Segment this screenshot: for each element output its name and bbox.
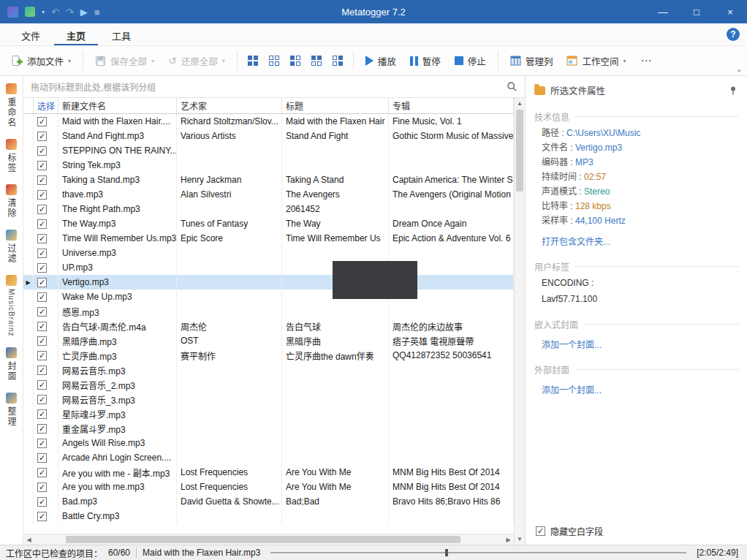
table-row[interactable]: ✓Are you with me - 副本.mp3Lost Frequencie…: [23, 465, 514, 480]
cell-filename[interactable]: Are you with me - 副本.mp3: [58, 465, 177, 480]
row-checkbox[interactable]: ✓: [37, 190, 47, 200]
cell-title[interactable]: [282, 509, 389, 523]
sidebar-item-rename[interactable]: 重命名: [5, 83, 18, 128]
scroll-up-icon[interactable]: ▲: [515, 98, 525, 109]
table-row[interactable]: ✓网易云音乐.mp3: [23, 363, 514, 377]
cell-artist[interactable]: Henry Jackman: [177, 173, 282, 187]
cell-title[interactable]: [282, 392, 389, 406]
vertical-scrollbar-thumb[interactable]: [516, 110, 523, 192]
table-row[interactable]: ✓网易云音乐_2.mp3: [23, 377, 514, 392]
table-row[interactable]: ✓Are you with me.mp3Lost FrequenciesAre …: [23, 480, 514, 494]
maximize-button[interactable]: □: [680, 0, 713, 23]
playback-slider[interactable]: [270, 548, 686, 558]
app-logo-icon[interactable]: [7, 7, 18, 18]
tab-home[interactable]: 主页: [54, 23, 98, 45]
row-checkbox-cell[interactable]: ✓: [34, 114, 58, 129]
cell-artist[interactable]: [177, 246, 282, 260]
cell-album[interactable]: [389, 377, 514, 392]
hide-empty-fields-option[interactable]: ✓ 隐藏空白字段: [536, 525, 603, 537]
row-checkbox[interactable]: ✓: [37, 453, 47, 463]
row-checkbox-cell[interactable]: ✓: [34, 421, 58, 436]
horizontal-scrollbar[interactable]: ◀ ▶: [23, 534, 514, 545]
row-checkbox[interactable]: ✓: [37, 483, 47, 492]
cell-album[interactable]: Captain America: The Winter Sol: [389, 173, 514, 187]
customize-icon[interactable]: [25, 7, 35, 17]
pause-button[interactable]: 暂停: [405, 50, 446, 72]
cell-filename[interactable]: The Way.mp3: [58, 216, 177, 231]
column-header-select[interactable]: 选择: [34, 98, 58, 113]
cell-filename[interactable]: 感恩.mp3: [58, 304, 177, 319]
table-row[interactable]: ✓STEPPING ON THE RAINY...: [23, 143, 514, 158]
row-checkbox[interactable]: ✓: [37, 468, 47, 477]
cell-album[interactable]: [389, 202, 514, 216]
cell-artist[interactable]: [177, 158, 282, 173]
table-row[interactable]: ✓亡灵序曲.mp3赛平制作亡灵序曲the dawn伴奏QQ412872352 5…: [23, 348, 514, 363]
row-checkbox[interactable]: ✓: [37, 249, 47, 258]
add-embedded-cover-link[interactable]: 添加一个封面...: [542, 338, 602, 350]
cell-artist[interactable]: Epic Score: [177, 231, 282, 246]
cell-filename[interactable]: 告白气球-周杰伦.m4a: [58, 319, 177, 333]
cell-album[interactable]: [389, 421, 514, 436]
column-header-filename[interactable]: 新建文件名: [58, 98, 177, 113]
row-checkbox-cell[interactable]: ✓: [34, 231, 58, 246]
cell-filename[interactable]: Taking a Stand.mp3: [58, 173, 177, 187]
row-checkbox[interactable]: ✓: [37, 132, 47, 141]
add-external-cover-link[interactable]: 添加一个封面...: [542, 383, 602, 396]
horizontal-scrollbar-thumb[interactable]: [66, 536, 460, 543]
view-large-grid-button[interactable]: [244, 52, 262, 69]
row-checkbox-cell[interactable]: ✓: [34, 246, 58, 260]
cell-artist[interactable]: Various Artists: [177, 129, 282, 143]
cell-album[interactable]: [389, 450, 514, 465]
cell-filename[interactable]: String Tek.mp3: [58, 158, 177, 173]
table-row[interactable]: ✓Maid with the Flaxen Hair....Richard St…: [23, 114, 514, 129]
sidebar-item-tag[interactable]: 标签: [5, 139, 18, 173]
row-checkbox[interactable]: ✓: [37, 424, 47, 434]
open-containing-folder-link[interactable]: 打开包含文件夹...: [542, 235, 610, 247]
cell-title[interactable]: Time Will Remember Us: [282, 231, 389, 246]
row-checkbox[interactable]: ✓: [37, 322, 47, 331]
table-row[interactable]: ✓告白气球-周杰伦.m4a周杰伦告白气球周杰伦的床边故事: [23, 319, 514, 333]
help-button[interactable]: ?: [727, 28, 740, 41]
view-split-grid-button[interactable]: [308, 52, 325, 69]
row-checkbox[interactable]: ✓: [37, 395, 47, 404]
cell-filename[interactable]: 网易云音乐.mp3: [58, 363, 177, 377]
row-checkbox-cell[interactable]: ✓: [34, 260, 58, 275]
column-header-title[interactable]: 标题: [282, 98, 389, 113]
close-button[interactable]: ×: [713, 0, 747, 23]
cell-filename[interactable]: Are you with me.mp3: [58, 480, 177, 494]
row-checkbox-cell[interactable]: ✓: [34, 480, 58, 494]
row-checkbox[interactable]: ✓: [37, 117, 47, 126]
cell-artist[interactable]: [177, 275, 282, 290]
row-checkbox-cell[interactable]: ✓: [34, 129, 58, 143]
row-checkbox-cell[interactable]: ✓: [34, 465, 58, 480]
scroll-left-icon[interactable]: ◀: [23, 534, 34, 545]
cell-artist[interactable]: Lost Frequencies: [177, 480, 282, 494]
cell-filename[interactable]: Vertigo.mp3: [58, 275, 177, 290]
row-checkbox[interactable]: ✓: [37, 439, 47, 448]
table-row[interactable]: ✓Arcade Ahri Login Screen....: [23, 450, 514, 465]
row-checkbox[interactable]: ✓: [37, 497, 47, 507]
view-detail-grid-button[interactable]: [329, 52, 346, 69]
cell-title[interactable]: [282, 246, 389, 260]
cell-album[interactable]: [389, 392, 514, 406]
cell-artist[interactable]: Tunes of Fantasy: [177, 216, 282, 231]
cell-album[interactable]: Bravo Hits 86;Bravo Hits 86: [389, 494, 514, 509]
row-checkbox[interactable]: ✓: [37, 234, 47, 243]
view-mixed-grid-button[interactable]: [287, 52, 304, 69]
row-checkbox-cell[interactable]: ✓: [34, 143, 58, 158]
cell-filename[interactable]: 网易云音乐_2.mp3: [58, 377, 177, 392]
table-row[interactable]: ✓感恩.mp3: [23, 304, 514, 319]
table-row[interactable]: ✓String Tek.mp3: [23, 158, 514, 173]
table-row[interactable]: ✓重金属斗罗.mp3: [23, 421, 514, 436]
row-checkbox-cell[interactable]: ✓: [34, 450, 58, 465]
row-checkbox[interactable]: ✓: [37, 278, 47, 287]
cell-album[interactable]: Fine Music, Vol. 1: [389, 114, 514, 129]
table-row[interactable]: ✓黑暗序曲.mp3OST黑暗序曲痞子英雄 電視原聲帶: [23, 333, 514, 348]
row-checkbox-cell[interactable]: ✓: [34, 392, 58, 406]
table-row[interactable]: ✓The Way.mp3Tunes of FantasyThe WayDream…: [23, 216, 514, 231]
cell-album[interactable]: Gothic Storm Music of Massive: [389, 129, 514, 143]
row-checkbox[interactable]: ✓: [37, 336, 47, 346]
cell-artist[interactable]: [177, 421, 282, 436]
table-row[interactable]: ▶✓Vertigo.mp3: [23, 275, 514, 290]
table-row[interactable]: ✓网易云音乐_3.mp3: [23, 392, 514, 406]
